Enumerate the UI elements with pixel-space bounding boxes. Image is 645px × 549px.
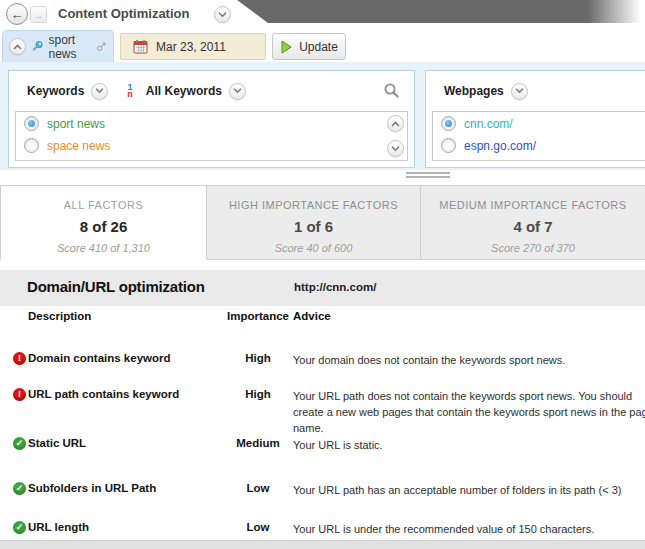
webpage-label: cnn.com/: [464, 117, 513, 131]
tab-label: HIGH IMPORTANCE FACTORS: [207, 199, 420, 211]
webpage-item-cnn[interactable]: cnn.com/: [433, 112, 645, 134]
splitter-handle[interactable]: [406, 172, 450, 180]
webpages-menu-button[interactable]: [511, 83, 528, 100]
search-button[interactable]: [383, 82, 400, 103]
play-icon: [280, 40, 293, 54]
date-label: Mar 23, 2011: [156, 40, 226, 54]
scroll-down-button[interactable]: [387, 140, 404, 157]
tab-score: Score 410 of 1,310: [1, 242, 206, 254]
back-icon: ←: [11, 7, 24, 22]
chevron-down-icon: [233, 88, 242, 94]
error-icon: !: [13, 388, 26, 401]
key-pointer-icon: [96, 39, 107, 54]
back-button[interactable]: ←: [6, 3, 28, 25]
bottom-strip: [0, 540, 645, 549]
update-button[interactable]: Update: [272, 33, 346, 60]
tab-score: Score 40 of 600: [207, 242, 420, 254]
forward-button[interactable]: →: [30, 6, 47, 23]
keyword-item-space-news[interactable]: space news: [16, 134, 407, 156]
search-icon: [383, 82, 400, 99]
keywords-filter-label: All Keywords: [146, 84, 222, 98]
section-header: Domain/URL optimization http://cnn.com/: [0, 270, 645, 306]
column-header-description: Description: [28, 310, 91, 322]
content-optimization-screen: ← → Content Optimization sport news: [0, 0, 645, 549]
tab-count: 1 of 6: [207, 218, 420, 235]
keyword-scope-label: sport news: [48, 33, 91, 61]
radio-unselected-icon[interactable]: [24, 138, 39, 153]
check-icon: ✓: [13, 521, 26, 534]
radio-selected-icon[interactable]: [24, 116, 39, 131]
tab-high-importance[interactable]: HIGH IMPORTANCE FACTORS 1 of 6 Score 40 …: [207, 185, 421, 260]
chevron-down-icon: [218, 12, 227, 18]
tab-label: ALL FACTORS: [1, 199, 206, 211]
keywords-panel-header: Keywords 1 n All Keywords: [9, 71, 414, 111]
collapse-button[interactable]: [9, 38, 26, 55]
check-icon: ✓: [13, 437, 26, 450]
webpages-panel-title: Webpages: [444, 84, 504, 98]
tab-medium-importance[interactable]: MEDIUM IMPORTANCE FACTORS 4 of 7 Score 2…: [421, 185, 645, 260]
factor-description: Domain contains keyword: [28, 352, 171, 364]
tab-count: 4 of 7: [421, 218, 645, 235]
tab-count: 8 of 26: [1, 218, 206, 235]
titlebar: ← → Content Optimization: [0, 0, 645, 28]
webpages-panel: Webpages cnn.com/ espn.go.com/: [425, 70, 645, 168]
keywords-menu-button[interactable]: [91, 83, 108, 100]
radio-unselected-icon[interactable]: [441, 138, 456, 153]
overlay-window-corner: [237, 0, 645, 23]
chevron-down-icon: [515, 88, 524, 94]
factor-advice: Your URL is static.: [293, 437, 645, 453]
calendar-icon: [133, 39, 148, 54]
factor-description: Static URL: [28, 437, 86, 449]
splitter-bar: [406, 176, 450, 178]
tab-all-factors[interactable]: ALL FACTORS 8 of 26 Score 410 of 1,310: [0, 185, 207, 260]
selector-area: Keywords 1 n All Keywords: [0, 62, 645, 170]
error-icon: !: [13, 352, 26, 365]
chevron-down-icon: [391, 146, 400, 152]
sort-order-icon[interactable]: 1 n: [127, 84, 133, 98]
keywords-filter-button[interactable]: [229, 83, 246, 100]
chevron-up-icon: [13, 44, 22, 50]
webpage-item-espn[interactable]: espn.go.com/: [433, 134, 645, 156]
keyword-item-sport-news[interactable]: sport news: [16, 112, 407, 134]
scroll-up-button[interactable]: [387, 115, 404, 132]
factor-description: URL length: [28, 521, 89, 533]
chevron-down-icon: [95, 88, 104, 94]
table-header: Description Importance Advice: [0, 310, 645, 324]
keyword-label: sport news: [47, 117, 105, 131]
keywords-list: sport news space news: [15, 111, 408, 161]
key-icon: [31, 38, 43, 55]
factor-advice: Your URL path does not contain the keywo…: [293, 388, 645, 436]
column-header-advice: Advice: [293, 310, 331, 322]
factor-advice: Your URL path has an acceptable number o…: [293, 482, 645, 498]
factor-tabs: ALL FACTORS 8 of 26 Score 410 of 1,310 H…: [0, 185, 645, 260]
section-url: http://cnn.com/: [294, 281, 376, 293]
date-picker-button[interactable]: Mar 23, 2011: [120, 33, 266, 60]
tab-score: Score 270 of 370: [421, 242, 645, 254]
factor-description: URL path contains keyword: [28, 388, 179, 400]
webpages-list: cnn.com/ espn.go.com/: [432, 111, 645, 161]
tab-label: MEDIUM IMPORTANCE FACTORS: [421, 199, 645, 211]
webpage-label: espn.go.com/: [464, 139, 536, 153]
forward-icon: →: [33, 9, 44, 21]
update-label: Update: [299, 40, 338, 54]
chevron-up-icon: [391, 121, 400, 127]
title-menu-button[interactable]: [214, 6, 231, 23]
keywords-panel: Keywords 1 n All Keywords: [8, 70, 415, 168]
check-icon: ✓: [13, 482, 26, 495]
keyword-label: space news: [47, 139, 110, 153]
radio-selected-icon[interactable]: [441, 116, 456, 131]
factor-advice: Your domain does not contain the keyword…: [293, 352, 645, 368]
splitter-bar: [406, 172, 450, 174]
page-title: Content Optimization: [58, 0, 189, 28]
sort-bottom-glyph: n: [127, 91, 133, 98]
keywords-panel-title: Keywords: [27, 84, 84, 98]
keyword-scope-tab[interactable]: sport news: [2, 30, 114, 62]
section-title: Domain/URL optimization: [27, 278, 205, 295]
webpages-panel-header: Webpages: [426, 71, 645, 111]
factor-advice: Your URL is under the recommended value …: [293, 521, 645, 537]
toolbar: sport news Mar 23, 2011 Update: [0, 28, 645, 62]
factor-description: Subfolders in URL Path: [28, 482, 156, 494]
